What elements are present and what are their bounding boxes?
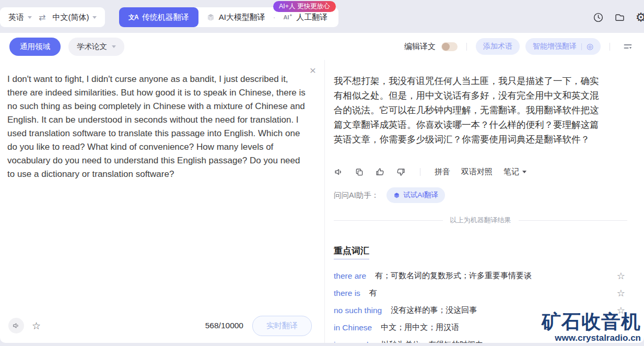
vocab-definition: 以秒为单位；在很短的时间内 <box>381 340 483 343</box>
vocab-definition: 有；可数名词的复数形式；许多重要事情要谈 <box>375 271 532 281</box>
ai-sparkle-icon: AI✦ <box>284 14 293 20</box>
source-footer: ☆ 568/10000 实时翻译 <box>8 316 312 336</box>
domain-academic-label: 学术论文 <box>77 42 107 52</box>
target-panel: 我不想打架，我没有诅咒任何人当土匪，我只是描述了一下，确实有相似之处。但是，用中… <box>325 60 644 343</box>
vocab-definition: 中文；用中文；用汉语 <box>381 323 459 332</box>
vocab-row: in seconds 以秒为单位；在很短的时间内 <box>334 336 634 343</box>
domain-academic-select[interactable]: 学术论文 <box>68 38 124 56</box>
vocab-word-link[interactable]: in Chinese <box>334 323 372 332</box>
notes-label: 笔记 <box>504 167 519 177</box>
tab-label: 人工翻译 <box>296 13 327 22</box>
speaker-icon[interactable] <box>334 167 344 177</box>
close-icon[interactable]: × <box>310 65 316 76</box>
bilingual-compare-button[interactable]: 双语对照 <box>461 167 493 177</box>
settings-gear-icon[interactable]: ⚙ <box>635 11 644 23</box>
source-text-area[interactable]: I don't want to fight, I didn't curse an… <box>7 73 307 181</box>
cube-icon <box>206 13 215 22</box>
divider <box>466 43 467 51</box>
vocab-row: there are 有；可数名词的复数形式；许多重要事情要谈 ☆ <box>334 267 634 284</box>
vocab-definition: 没有这样的事；没这回事 <box>391 305 477 315</box>
vocab-word-link[interactable]: no such thing <box>334 306 382 315</box>
pinyin-button[interactable]: 拼音 <box>435 167 450 177</box>
add-terms-button[interactable]: 添加术语 <box>476 38 520 55</box>
tab-label: AI大模型翻译 <box>219 13 265 22</box>
result-action-row: 拼音 双语对照 笔记 <box>334 167 634 177</box>
source-panel: I don't want to fight, I didn't curse an… <box>0 60 325 343</box>
source-language-label: 英语 <box>8 13 24 22</box>
star-icon[interactable]: ☆ <box>617 305 625 316</box>
tab-label: 传统机器翻译 <box>142 13 189 22</box>
chevron-down-icon <box>28 16 32 19</box>
divider <box>610 43 610 51</box>
translation-result-text: 我不想打架，我没有诅咒任何人当土匪，我只是描述了一下，确实有相似之处。但是，用中… <box>334 74 634 147</box>
char-count: 568/10000 <box>205 321 243 330</box>
promo-badge: AI+人 更快更放心 <box>273 1 336 12</box>
tab-traditional-mt[interactable]: 文A 传统机器翻译 <box>119 7 198 27</box>
topbar: 英语 ⇄ 中文(简体) 文A 传统机器翻译 AI大模型翻译 · AI✦ 人工翻译… <box>0 0 644 33</box>
mt-result-divider: 以上为机器翻译结果 <box>334 216 634 225</box>
source-language-select[interactable]: 英语 <box>8 13 32 22</box>
topbar-actions: ⚙ <box>592 11 644 23</box>
translator-card: 通用领域 学术论文 编辑译文 添加术语 智能增强翻译 ◎ I don't wan… <box>0 33 644 343</box>
domain-general-pill[interactable]: 通用领域 <box>9 38 61 56</box>
star-icon[interactable]: ☆ <box>617 270 625 282</box>
ai-assistant-label: 问问AI助手： <box>334 190 379 200</box>
chevron-down-icon <box>112 45 116 48</box>
divider-line <box>519 220 628 221</box>
thumbs-up-icon[interactable] <box>375 167 385 177</box>
smart-enhance-label: 智能增强翻译 <box>533 42 577 51</box>
favorite-star-icon[interactable]: ☆ <box>32 320 41 332</box>
vocab-row: no such thing 没有这样的事；没这回事 ☆ <box>334 302 634 319</box>
vocab-row: in Chinese 中文；用中文；用汉语 <box>334 319 634 336</box>
ai-assistant-row: 问问AI助手： 试试AI翻译 <box>334 187 634 203</box>
speaker-icon[interactable] <box>8 318 24 333</box>
edit-translation-label: 编辑译文 <box>404 42 436 52</box>
key-vocabulary-title: 重点词汇 <box>334 245 369 259</box>
folder-icon[interactable] <box>613 11 626 23</box>
vocab-word-link[interactable]: there are <box>334 271 366 281</box>
divider-line <box>334 220 443 221</box>
notes-dropdown[interactable]: 笔记 <box>504 167 526 177</box>
chevron-down-icon <box>522 171 526 173</box>
vocab-word-link[interactable]: in seconds <box>334 340 372 343</box>
cube-icon <box>393 192 400 199</box>
vocab-row: there is 有 ☆ <box>334 284 634 302</box>
chevron-down-icon <box>92 16 97 19</box>
vocab-definition: 有 <box>369 288 377 298</box>
options-toolbar: 通用领域 学术论文 编辑译文 添加术语 智能增强翻译 ◎ <box>0 33 644 60</box>
divider <box>420 168 420 176</box>
target-language-label: 中文(简体) <box>52 13 89 22</box>
try-ai-label: 试试AI翻译 <box>403 190 438 200</box>
vocabulary-list: there are 有；可数名词的复数形式；许多重要事情要谈 ☆ there i… <box>334 267 634 343</box>
star-icon[interactable]: ☆ <box>617 288 625 299</box>
thumbs-down-icon[interactable] <box>396 167 406 177</box>
tab-ai-llm[interactable]: AI大模型翻译 <box>198 7 273 27</box>
try-ai-translate-button[interactable]: 试试AI翻译 <box>387 187 445 203</box>
language-selector: 英语 ⇄ 中文(简体) <box>0 7 105 27</box>
divider <box>581 43 582 50</box>
mt-result-note: 以上为机器翻译结果 <box>450 216 511 225</box>
vocab-word-link[interactable]: there is <box>334 289 360 298</box>
copy-icon[interactable] <box>355 168 364 177</box>
realtime-translate-button[interactable]: 实时翻译 <box>252 316 312 336</box>
swap-languages-icon[interactable]: ⇄ <box>39 13 45 22</box>
list-options-icon[interactable] <box>619 39 637 54</box>
edit-translation-toggle[interactable] <box>441 42 458 51</box>
smart-enhance-button[interactable]: 智能增强翻译 ◎ <box>525 38 601 55</box>
target-language-select[interactable]: 中文(简体) <box>52 13 97 22</box>
history-clock-icon[interactable] <box>592 11 604 23</box>
translate-icon: 文A <box>128 13 138 22</box>
circle-dot-icon: ◎ <box>587 43 593 50</box>
